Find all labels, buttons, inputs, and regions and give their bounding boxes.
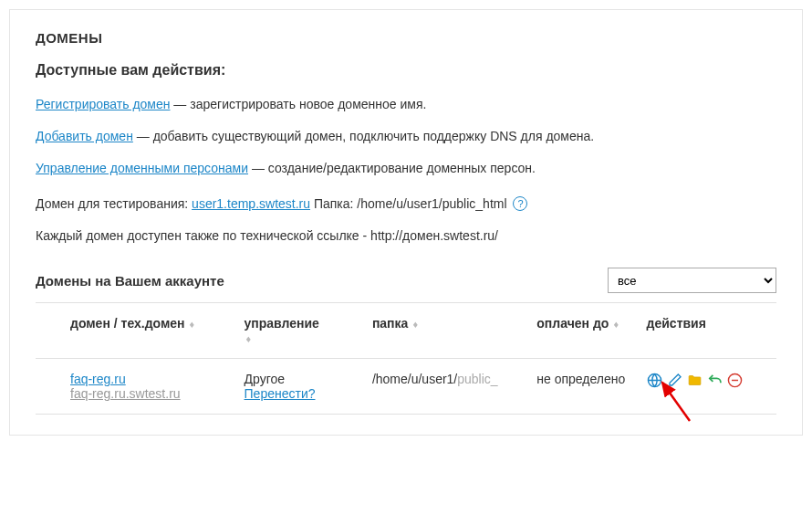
table-row: faq-reg.ru faq-reg.ru.swtest.ru Другое П… xyxy=(36,359,776,415)
register-domain-link[interactable]: Регистрировать домен xyxy=(36,97,170,111)
page-title: ДОМЕНЫ xyxy=(36,30,776,46)
folder-prefix: /home/u/user1/ xyxy=(372,372,457,386)
register-domain-desc: — зарегистрировать новое доменное имя. xyxy=(170,97,426,111)
manage-text: Другое xyxy=(245,372,285,386)
test-domain-link[interactable]: user1.temp.swtest.ru xyxy=(192,196,310,211)
col-folder-label: папка xyxy=(372,316,409,331)
test-domain-folder: Папка: /home/u/user1/public_html xyxy=(310,196,510,211)
col-actions-label: действия xyxy=(647,316,706,331)
col-folder-header[interactable]: папка ♦ xyxy=(365,303,529,359)
remove-icon[interactable] xyxy=(727,372,744,388)
domain-persons-link[interactable]: Управление доменными персонами xyxy=(36,161,248,175)
col-manage-header[interactable]: управление♦ xyxy=(237,303,365,359)
col-domain-label: домен / тех.домен xyxy=(70,316,185,331)
pencil-icon[interactable] xyxy=(667,372,683,388)
page-subtitle: Доступные вам действия: xyxy=(36,62,776,79)
tech-domain-link[interactable]: faq-reg.ru.swtest.ru xyxy=(70,386,181,401)
col-paid-label: оплачен до xyxy=(536,316,609,331)
add-domain-desc: — добавить существующий домен, подключит… xyxy=(133,129,594,143)
col-paid-header[interactable]: оплачен до ♦ xyxy=(529,303,639,359)
domain-persons-desc: — создание/редактирование доменных персо… xyxy=(248,161,536,175)
folder-icon[interactable] xyxy=(687,372,703,388)
folder-cell: /home/u/user1/public_ xyxy=(365,359,529,415)
reply-icon[interactable] xyxy=(707,372,724,388)
sort-icon: ♦ xyxy=(187,319,195,330)
globe-icon[interactable] xyxy=(647,372,663,388)
domain-filter-select[interactable]: все xyxy=(608,268,776,293)
transfer-link[interactable]: Перенести? xyxy=(245,386,316,401)
table-title: Домены на Вашем аккаунте xyxy=(36,273,224,289)
col-actions-header: действия xyxy=(640,303,776,359)
action-persons-line: Управление доменными персонами — создани… xyxy=(36,159,776,178)
tech-link-note: Каждый домен доступен также по техническ… xyxy=(36,226,776,246)
action-add-line: Добавить домен — добавить существующий д… xyxy=(36,127,776,146)
folder-grey-part: public_ xyxy=(457,372,497,386)
domain-link[interactable]: faq-reg.ru xyxy=(70,372,126,386)
svg-line-4 xyxy=(662,383,690,421)
test-domain-prefix: Домен для тестирования: xyxy=(36,196,192,211)
col-manage-label: управление xyxy=(245,316,319,331)
paid-cell: не определено xyxy=(529,359,639,415)
sort-icon: ♦ xyxy=(246,333,252,344)
test-domain-line: Домен для тестирования: user1.temp.swtes… xyxy=(36,194,776,214)
sort-icon: ♦ xyxy=(610,319,619,330)
col-domain-header[interactable]: домен / тех.домен ♦ xyxy=(36,303,237,359)
add-domain-link[interactable]: Добавить домен xyxy=(36,129,133,143)
domains-table: домен / тех.домен ♦ управление♦ папка ♦ … xyxy=(36,302,776,415)
action-register-line: Регистрировать домен — зарегистрировать … xyxy=(36,95,776,114)
help-icon[interactable]: ? xyxy=(513,196,527,211)
sort-icon: ♦ xyxy=(410,319,418,330)
